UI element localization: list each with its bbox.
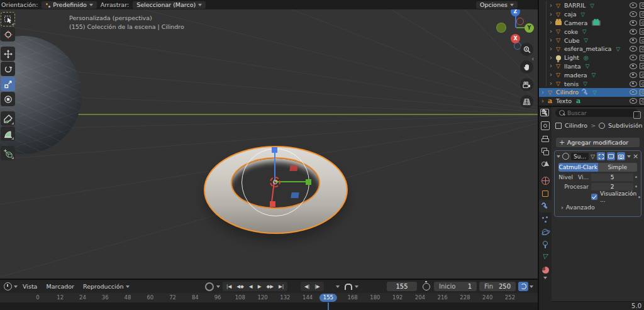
delete-modifier-icon[interactable]: × xyxy=(633,153,638,160)
visibility-eye-icon[interactable] xyxy=(630,89,637,95)
render-display-toggle[interactable] xyxy=(617,152,625,160)
render-visibility-camera-icon[interactable] xyxy=(640,80,644,87)
visibility-eye-icon[interactable] xyxy=(630,98,637,104)
chevron-down-icon[interactable] xyxy=(336,285,340,288)
expand-chevron-icon[interactable]: › xyxy=(550,72,552,78)
expand-chevron-icon[interactable]: › xyxy=(550,63,552,69)
transform-tool-button[interactable] xyxy=(1,92,15,106)
jump-start-button[interactable]: |◀ xyxy=(224,282,234,291)
drag-handle-icon[interactable] xyxy=(640,153,641,160)
measure-tool-button[interactable] xyxy=(1,126,15,141)
menu-reproduccion[interactable]: Reproducción xyxy=(83,283,130,290)
frame-back-button[interactable]: ◀| xyxy=(302,282,312,291)
properties-tab[interactable] xyxy=(539,264,552,277)
timeline-track[interactable] xyxy=(0,302,538,310)
render-visibility-camera-icon[interactable] xyxy=(640,11,644,18)
prev-keyframe-button[interactable]: ◀◆ xyxy=(234,282,247,291)
search-input[interactable]: Buscar xyxy=(555,109,638,117)
nav-neg-x-ball[interactable] xyxy=(516,18,524,25)
next-keyframe-button[interactable]: ◆▶ xyxy=(264,282,276,291)
animate-dot-icon[interactable] xyxy=(635,176,637,178)
properties-tab[interactable] xyxy=(539,251,552,263)
levels-viewport-field[interactable]: 5 xyxy=(591,174,633,181)
area-divider[interactable] xyxy=(538,0,539,310)
outliner-row[interactable]: › Light xyxy=(539,53,644,62)
more-tabs-chevron-icon[interactable] xyxy=(543,277,547,279)
expand-chevron-icon[interactable]: › xyxy=(541,98,544,104)
play-reverse-button[interactable]: ◀ xyxy=(247,282,255,291)
outliner-row[interactable]: › Camera xyxy=(539,19,644,28)
gizmo-plane-handle-blue[interactable] xyxy=(291,192,299,198)
camera-view-button[interactable] xyxy=(520,78,533,91)
breadcrumb-object[interactable]: Cilindro xyxy=(565,122,587,129)
expand-chevron-icon[interactable]: › xyxy=(550,28,552,35)
sidebar-collapse-icon[interactable]: ‹ xyxy=(531,55,534,63)
outliner-row[interactable]: › Cube xyxy=(539,36,644,45)
timeline-ruler[interactable]: 155 012243648607284961081201321441681801… xyxy=(0,293,538,302)
realtime-display-toggle[interactable] xyxy=(607,152,615,160)
modifier-extras-chevron-icon[interactable] xyxy=(627,155,631,158)
viewport-3d[interactable]: Orientación: Predefinido Arrastrar: Sele… xyxy=(0,0,538,279)
outliner-row[interactable]: › esfera_metalica xyxy=(539,45,644,53)
render-visibility-camera-icon[interactable] xyxy=(640,28,644,35)
expand-chevron-icon[interactable]: › xyxy=(550,37,552,43)
editor-type-button[interactable] xyxy=(540,109,549,116)
visibility-eye-icon[interactable] xyxy=(630,3,637,8)
render-visibility-camera-icon[interactable] xyxy=(640,19,644,26)
panel-expand-chevron-icon[interactable] xyxy=(557,155,560,158)
outliner-row[interactable]: › tenis xyxy=(539,79,644,88)
current-frame-field[interactable]: 155 xyxy=(387,282,417,291)
outliner-row[interactable]: › madera xyxy=(539,70,644,79)
playback-sync-button[interactable] xyxy=(518,282,533,291)
visibility-eye-icon[interactable] xyxy=(630,72,637,78)
outliner-row[interactable]: › llanta xyxy=(539,62,644,71)
scale-tool-button[interactable] xyxy=(1,77,15,91)
zoom-button[interactable] xyxy=(520,43,533,56)
frame-forward-button[interactable]: |▶ xyxy=(312,282,322,291)
render-visibility-camera-icon[interactable] xyxy=(640,63,644,69)
properties-tab[interactable] xyxy=(539,213,552,225)
render-visibility-camera-icon[interactable] xyxy=(640,46,644,52)
display-checkbox[interactable] xyxy=(591,194,597,200)
properties-tab[interactable] xyxy=(539,158,552,170)
outliner-row[interactable]: › Texto xyxy=(539,97,644,106)
breadcrumb-modifier[interactable]: Subdivisión xyxy=(608,122,642,129)
visibility-eye-icon[interactable] xyxy=(630,55,637,60)
snap-button[interactable] xyxy=(345,284,358,290)
properties-tab[interactable] xyxy=(539,145,552,158)
outliner-row[interactable]: › caja xyxy=(539,10,644,19)
render-visibility-camera-icon[interactable] xyxy=(640,98,644,104)
nav-neg-y-ball[interactable] xyxy=(496,23,506,33)
expand-chevron-icon[interactable]: › xyxy=(550,55,552,61)
properties-tab[interactable] xyxy=(539,226,552,238)
expand-chevron-icon[interactable]: › xyxy=(550,80,552,87)
rotate-tool-button[interactable] xyxy=(1,62,15,76)
properties-tab[interactable] xyxy=(539,200,552,213)
auto-keying-button[interactable] xyxy=(205,282,220,291)
edit-mode-toggle[interactable] xyxy=(597,152,605,160)
options-dropdown[interactable]: Opciones xyxy=(476,1,518,9)
expand-chevron-icon[interactable]: › xyxy=(550,11,552,18)
advanced-subpanel[interactable]: › Avanzado xyxy=(561,204,641,211)
expand-chevron-icon[interactable]: › xyxy=(550,46,552,52)
expand-chevron-icon[interactable]: › xyxy=(550,19,552,26)
visibility-eye-icon[interactable] xyxy=(630,81,637,87)
outliner-row[interactable]: › Cilindro xyxy=(539,88,644,97)
add-cube-tool-button[interactable] xyxy=(1,146,15,160)
visibility-eye-icon[interactable] xyxy=(630,46,637,52)
visibility-eye-icon[interactable] xyxy=(630,29,637,35)
menu-marcador[interactable]: Marcador xyxy=(46,283,74,290)
properties-tab[interactable] xyxy=(539,187,552,200)
properties-tab[interactable] xyxy=(539,238,552,251)
nav-y-ball[interactable]: Y xyxy=(525,23,534,33)
perspective-toggle-button[interactable] xyxy=(520,95,533,108)
stopwatch-icon[interactable] xyxy=(423,283,430,291)
render-visibility-camera-icon[interactable] xyxy=(640,89,644,96)
frame-end-field[interactable]: Fin 250 xyxy=(479,282,516,291)
visibility-eye-icon[interactable] xyxy=(630,20,637,26)
play-button[interactable]: ▶ xyxy=(255,282,264,291)
expand-chevron-icon[interactable]: › xyxy=(550,3,552,9)
filter-icon[interactable] xyxy=(633,111,641,119)
levels-render-field[interactable]: 2 xyxy=(591,183,633,191)
render-visibility-camera-icon[interactable] xyxy=(640,3,644,9)
